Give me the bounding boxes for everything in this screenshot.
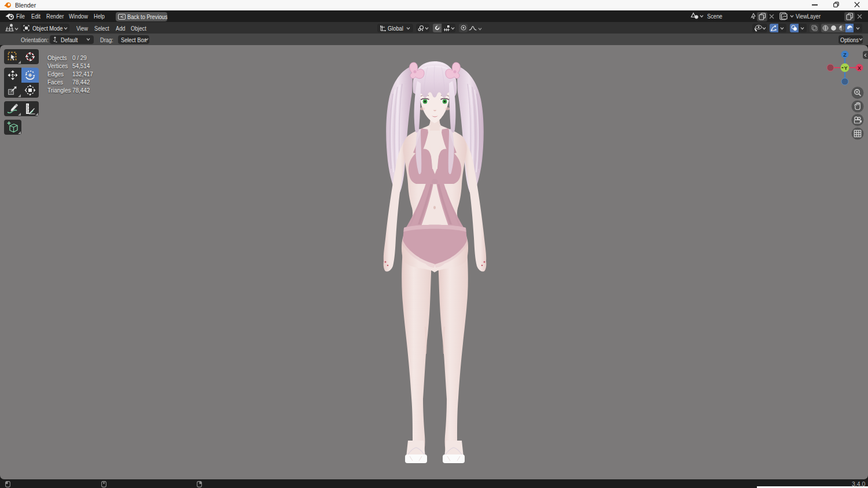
svg-text:X: X bbox=[858, 65, 861, 71]
svg-text:Y: Y bbox=[844, 65, 848, 71]
svg-text:Z: Z bbox=[843, 52, 847, 58]
